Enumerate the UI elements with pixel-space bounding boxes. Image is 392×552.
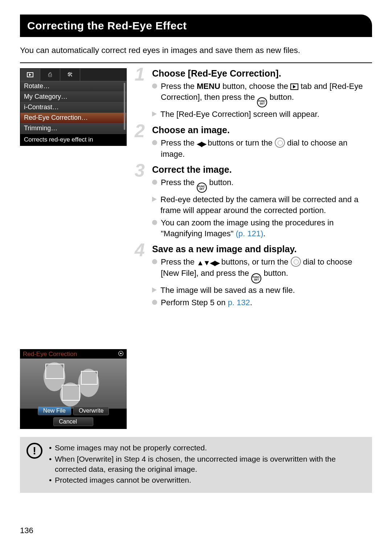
step: 3Correct the image.Press the FUNC.SET bu…: [136, 164, 372, 239]
caution-box: ! Some images may not be properly correc…: [20, 437, 372, 492]
page-number: 136: [20, 526, 33, 535]
step: 4Save as a new image and display.Press t…: [136, 244, 372, 308]
tools-icon: 🛠: [67, 71, 73, 78]
photo-preview: [20, 359, 127, 409]
print-icon: ⎙: [48, 71, 52, 78]
save-option-button: Overwrite: [73, 406, 109, 415]
bullet-icon: [152, 259, 157, 264]
left-right-buttons-icon: ◀▶: [197, 139, 205, 149]
control-dial-icon: [275, 138, 285, 148]
step-bullet: Perform Step 5 on p. 132.: [152, 297, 372, 308]
divider: [20, 62, 372, 63]
menu-button-icon: MENU: [197, 82, 220, 91]
step: 1Choose [Red-Eye Correction].Press the M…: [136, 68, 372, 119]
step-title: Save as a new image and display.: [152, 244, 372, 254]
face-frame: [62, 385, 80, 401]
save-dialog-screenshot: Red-Eye Correction ⦿ New FileOverwriteCa…: [20, 349, 127, 429]
step-bullet: You can zoom the image using the procedu…: [152, 217, 372, 239]
tab-playback: [20, 69, 40, 81]
step-number: 1: [135, 64, 145, 85]
result-arrow-icon: [152, 197, 157, 202]
step-number: 2: [135, 120, 145, 142]
menu-item: Red-Eye Correction…: [20, 113, 126, 123]
menu-description: Corrects red-eye effect in: [20, 134, 126, 146]
step-number: 3: [135, 160, 145, 181]
face-frame: [81, 371, 98, 385]
save-option-button: Cancel: [53, 417, 93, 426]
save-option-button: New File: [38, 406, 71, 415]
menu-item: Rotate…: [20, 81, 126, 92]
menu-scrollbar: [124, 83, 125, 130]
step-bullet: Press the MENU button, choose the tab an…: [152, 81, 372, 107]
func-set-button-icon: FUNC.SET: [197, 183, 207, 193]
result-arrow-icon: [152, 111, 157, 116]
playback-icon: [27, 72, 33, 77]
step-bullet: Press the FUNC.SET button.: [152, 177, 372, 193]
intro-text: You can automatically correct red eyes i…: [20, 45, 372, 56]
menu-item: i-Contrast…: [20, 102, 126, 113]
step-title: Choose an image.: [152, 125, 372, 135]
caution-item: Protected images cannot be overwritten.: [49, 475, 365, 485]
step-bullet: Press the ◀▶ buttons or turn the dial to…: [152, 138, 372, 160]
camera-menu-screenshot: ⎙ 🛠 Rotate…My Category…i-Contrast…Red-Ey…: [20, 68, 127, 146]
caution-icon: !: [26, 443, 42, 459]
bullet-icon: [152, 180, 157, 185]
step-bullet: The [Red-Eye Correction] screen will app…: [152, 109, 372, 120]
caution-item: Some images may not be properly correcte…: [49, 443, 365, 453]
magnify-icon: ⦿: [118, 351, 124, 357]
face-frame: [45, 364, 64, 379]
bullet-icon: [152, 220, 157, 225]
step-bullet: The image will be saved as a new file.: [152, 285, 372, 296]
playback-tab-icon: [290, 83, 298, 90]
result-arrow-icon: [152, 287, 157, 293]
page-title: Correcting the Red-Eye Effect: [20, 15, 372, 37]
control-dial-icon: [291, 257, 301, 267]
page-reference-link[interactable]: (p. 121): [236, 229, 263, 238]
menu-item: Trimming…: [20, 123, 126, 134]
bullet-icon: [152, 140, 157, 145]
bullet-icon: [152, 300, 157, 305]
func-set-button-icon: FUNC.SET: [257, 97, 267, 107]
step-bullet: Press the ▲▼◀▶ buttons, or turn the dial…: [152, 257, 372, 283]
step-title: Correct the image.: [152, 164, 372, 175]
step-title: Choose [Red-Eye Correction].: [152, 68, 372, 79]
page-reference-link[interactable]: p. 132: [228, 298, 250, 307]
save-dialog-title: Red-Eye Correction: [20, 349, 127, 359]
four-way-buttons-icon: ▲▼◀▶: [197, 258, 219, 268]
step-bullet: Red-eye detected by the camera will be c…: [152, 194, 372, 216]
step-number: 4: [135, 240, 145, 261]
func-set-button-icon: FUNC.SET: [251, 273, 261, 283]
tab-print: ⎙: [40, 69, 60, 81]
menu-item: My Category…: [20, 92, 126, 102]
bullet-icon: [152, 83, 157, 89]
tab-tools: 🛠: [60, 69, 80, 81]
step: 2Choose an image.Press the ◀▶ buttons or…: [136, 125, 372, 160]
caution-item: When [Overwrite] in Step 4 is chosen, th…: [49, 454, 365, 475]
